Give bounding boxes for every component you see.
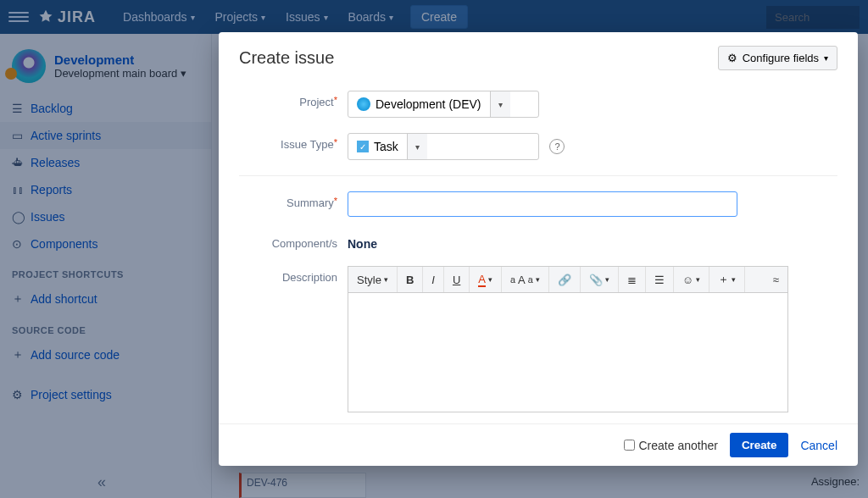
create-another-checkbox[interactable]: Create another [624, 439, 718, 452]
editor-bold-button[interactable]: B [398, 267, 423, 292]
editor-italic-button[interactable]: I [423, 267, 444, 292]
editor-collapse-button[interactable]: ≈ [765, 267, 787, 292]
create-issue-dialog: Create issue ⚙ Configure fields ▾ Projec… [219, 32, 858, 466]
editor-insert-button[interactable]: ＋ ▾ [709, 267, 745, 292]
editor-link-button[interactable]: 🔗 [549, 267, 581, 292]
description-textarea[interactable] [348, 293, 787, 412]
submit-create-button[interactable]: Create [730, 433, 789, 457]
chevron-down-icon[interactable]: ▾ [407, 134, 427, 159]
project-select[interactable]: Development (DEV) ▾ [348, 91, 539, 118]
editor-underline-button[interactable]: U [444, 267, 470, 292]
components-value[interactable]: None [348, 232, 837, 251]
description-editor: Style ▾ B I U A ▾ aAa ▾ 🔗 📎 ▾ ≣ ☰ ☺ ▾ ＋ … [348, 266, 788, 412]
editor-emoji-button[interactable]: ☺ ▾ [674, 267, 709, 292]
summary-label: Summary* [239, 191, 348, 217]
chevron-down-icon[interactable]: ▾ [490, 91, 510, 117]
editor-numbered-list-button[interactable]: ☰ [646, 267, 674, 292]
issuetype-select[interactable]: ✓Task ▾ [348, 133, 539, 160]
configure-fields-button[interactable]: ⚙ Configure fields ▾ [718, 46, 837, 70]
editor-textcolor-button[interactable]: A ▾ [470, 267, 502, 292]
task-icon: ✓ [357, 141, 369, 152]
editor-more-format-button[interactable]: aAa ▾ [502, 267, 549, 292]
cancel-link[interactable]: Cancel [800, 439, 837, 452]
description-label: Description [239, 266, 348, 412]
project-label: Project* [239, 91, 348, 118]
summary-input[interactable] [348, 191, 737, 217]
components-label: Component/s [239, 232, 348, 251]
dialog-title: Create issue [239, 48, 718, 68]
editor-attachment-button[interactable]: 📎 ▾ [581, 267, 619, 292]
project-icon [357, 97, 370, 111]
editor-bullet-list-button[interactable]: ≣ [619, 267, 646, 292]
gear-icon: ⚙ [727, 52, 737, 64]
editor-style-dropdown[interactable]: Style ▾ [348, 267, 398, 292]
issuetype-label: Issue Type* [239, 133, 348, 160]
help-icon[interactable]: ? [549, 139, 565, 154]
